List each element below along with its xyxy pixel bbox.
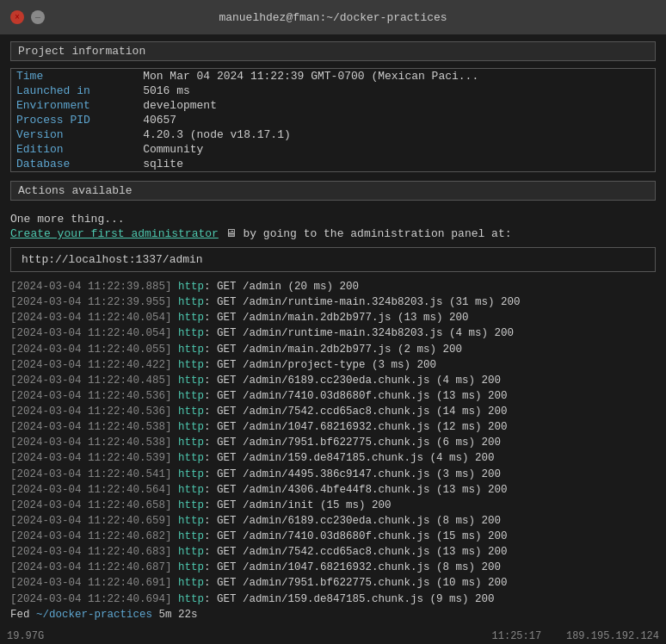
log-path: : GET /admin/159.de847185.chunk.js (4 ms…: [204, 452, 495, 464]
create-admin-suffix: by going to the administration panel at:: [237, 227, 512, 240]
create-admin-link[interactable]: Create your first administrator: [10, 227, 219, 240]
log-entry: [2024-03-04 11:22:40.422] http: GET /adm…: [10, 357, 656, 373]
log-timestamp: [2024-03-04 11:22:40.055]: [10, 344, 172, 356]
log-timestamp: [2024-03-04 11:22:39.955]: [10, 296, 172, 308]
log-entry: [2024-03-04 11:22:40.538] http: GET /adm…: [10, 419, 656, 435]
log-timestamp: [2024-03-04 11:22:40.422]: [10, 359, 172, 371]
val-version: 4.20.3 (node v18.17.1): [141, 127, 655, 142]
minimize-button[interactable]: —: [31, 10, 45, 24]
one-more-text: One more thing...: [10, 213, 125, 226]
log-timestamp: [2024-03-04 11:22:40.539]: [10, 452, 172, 464]
log-path: : GET /admin/1047.68216932.chunk.js (8 m…: [204, 561, 501, 573]
log-timestamp: [2024-03-04 11:22:40.658]: [10, 499, 172, 511]
log-path: : GET /admin/runtime-main.324b8203.js (3…: [204, 296, 521, 308]
log-path: : GET /admin/7951.bf622775.chunk.js (10 …: [204, 577, 508, 589]
log-method: http: [178, 390, 204, 402]
log-timestamp: [2024-03-04 11:22:39.885]: [10, 281, 172, 293]
log-entry: [2024-03-04 11:22:40.536] http: GET /adm…: [10, 404, 656, 419]
log-method: http: [178, 577, 204, 589]
log-entry: [2024-03-04 11:22:40.054] http: GET /adm…: [10, 310, 656, 325]
log-path: : GET /admin/1047.68216932.chunk.js (12 …: [204, 421, 508, 433]
log-entry: [2024-03-04 11:22:39.885] http: GET /adm…: [10, 279, 656, 294]
log-path: : GET /admin/project-type (3 ms) 200: [204, 359, 436, 371]
window-title: manuelhdez@fman:~/docker-practices: [219, 11, 447, 24]
log-timestamp: [2024-03-04 11:22:40.538]: [10, 437, 172, 449]
log-method: http: [178, 530, 204, 542]
time-since: 5m 22s: [152, 609, 198, 621]
log-entry: [2024-03-04 11:22:40.687] http: GET /adm…: [10, 560, 656, 575]
log-method: http: [178, 421, 204, 433]
log-entry: [2024-03-04 11:22:40.054] http: GET /adm…: [10, 325, 656, 341]
table-row: Environment development: [11, 98, 655, 113]
close-button[interactable]: ×: [10, 10, 24, 24]
log-timestamp: [2024-03-04 11:22:40.054]: [10, 312, 172, 324]
log-entry: [2024-03-04 11:22:40.683] http: GET /adm…: [10, 544, 656, 560]
val-launched: 5016 ms: [141, 84, 655, 98]
log-method: http: [178, 327, 204, 339]
log-method: http: [178, 296, 204, 308]
log-timestamp: [2024-03-04 11:22:40.054]: [10, 327, 172, 339]
log-entry: [2024-03-04 11:22:40.694] http: GET /adm…: [10, 591, 656, 607]
fed-label: Fed: [10, 609, 36, 621]
key-version: Version: [11, 127, 141, 142]
log-path: : GET /admin/6189.cc230eda.chunk.js (8 m…: [204, 515, 501, 527]
log-timestamp: [2024-03-04 11:22:40.564]: [10, 484, 172, 496]
val-time: Mon Mar 04 2024 11:22:39 GMT-0700 (Mexic…: [141, 69, 655, 84]
create-admin-line: Create your first administrator 🖥 by goi…: [10, 227, 656, 240]
log-entry: [2024-03-04 11:22:39.955] http: GET /adm…: [10, 294, 656, 310]
table-row: Edition Community: [11, 142, 655, 157]
status-time: 11:25:17: [492, 630, 542, 642]
log-timestamp: [2024-03-04 11:22:40.541]: [10, 468, 172, 480]
log-path: : GET /admin/7951.bf622775.chunk.js (6 m…: [204, 437, 501, 449]
log-method: http: [178, 546, 204, 558]
log-method: http: [178, 499, 204, 511]
status-bar: 19.97G 11:25:17 189.195.192.124: [0, 629, 666, 644]
log-entry: [2024-03-04 11:22:40.055] http: GET /adm…: [10, 342, 656, 357]
log-path: : GET /admin/7410.03d8680f.chunk.js (15 …: [204, 530, 508, 542]
status-left: 19.97G: [7, 630, 44, 642]
log-timestamp: [2024-03-04 11:22:40.538]: [10, 421, 172, 433]
log-path: : GET /admin/7410.03d8680f.chunk.js (13 …: [204, 390, 508, 402]
log-path: : GET /admin/4306.4bfe44f8.chunk.js (13 …: [204, 484, 508, 496]
status-right: 11:25:17 189.195.192.124: [492, 630, 659, 642]
log-method: http: [178, 406, 204, 418]
one-more-section: One more thing...: [10, 213, 656, 226]
val-database: sqlite: [141, 157, 655, 171]
admin-url-box[interactable]: http://localhost:1337/admin: [10, 247, 656, 272]
key-database: Database: [11, 157, 141, 171]
table-row: Version 4.20.3 (node v18.17.1): [11, 127, 655, 142]
log-entry: [2024-03-04 11:22:40.691] http: GET /adm…: [10, 575, 656, 591]
log-timestamp: [2024-03-04 11:22:40.694]: [10, 593, 172, 605]
project-info-table: Time Mon Mar 04 2024 11:22:39 GMT-0700 (…: [10, 68, 656, 172]
table-row: Database sqlite: [11, 157, 655, 171]
key-edition: Edition: [11, 142, 141, 157]
log-method: http: [178, 593, 204, 605]
log-path: : GET /admin/7542.ccd65ac8.chunk.js (13 …: [204, 546, 508, 558]
prompt-line: Fed ~/docker-practices 5m 22s: [10, 607, 656, 622]
log-method: http: [178, 281, 204, 293]
log-method: http: [178, 344, 204, 356]
log-timestamp: [2024-03-04 11:22:40.682]: [10, 530, 172, 542]
log-timestamp: [2024-03-04 11:22:40.536]: [10, 406, 172, 418]
key-environment: Environment: [11, 98, 141, 113]
log-method: http: [178, 468, 204, 480]
log-path: : GET /admin/6189.cc230eda.chunk.js (4 m…: [204, 375, 501, 387]
key-time: Time: [11, 69, 141, 84]
log-method: http: [178, 437, 204, 449]
project-info-bar: Project information: [10, 41, 656, 61]
log-entry: [2024-03-04 11:22:40.564] http: GET /adm…: [10, 482, 656, 498]
val-pid: 40657: [141, 113, 655, 127]
log-path: : GET /admin/main.2db2b977.js (2 ms) 200: [204, 344, 462, 356]
log-method: http: [178, 452, 204, 464]
fed-path: ~/docker-practices: [36, 609, 152, 621]
log-timestamp: [2024-03-04 11:22:40.485]: [10, 375, 172, 387]
log-path: : GET /admin/init (15 ms) 200: [204, 499, 392, 511]
log-method: http: [178, 312, 204, 324]
val-edition: Community: [141, 142, 655, 157]
table-row: Process PID 40657: [11, 113, 655, 127]
log-path: : GET /admin/7542.ccd65ac8.chunk.js (14 …: [204, 406, 508, 418]
terminal: × — manuelhdez@fman:~/docker-practices P…: [0, 0, 666, 644]
key-pid: Process PID: [11, 113, 141, 127]
log-timestamp: [2024-03-04 11:22:40.687]: [10, 561, 172, 573]
log-timestamp: [2024-03-04 11:22:40.659]: [10, 515, 172, 527]
